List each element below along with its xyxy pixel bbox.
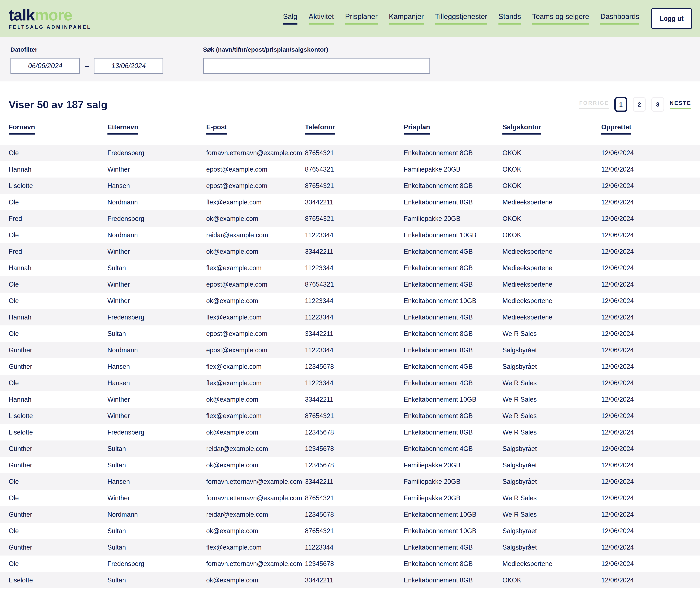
table-cell: reidar@example.com <box>206 231 305 239</box>
table-body: OleFredensbergfornavn.etternavn@example.… <box>0 145 700 588</box>
table-row: GüntherSultanflex@example.com11223344Enk… <box>0 539 700 555</box>
pagination-page-3[interactable]: 3 <box>651 97 664 112</box>
table-cell: 33442211 <box>305 330 404 338</box>
table-cell: Enkeltabonnement 8GB <box>404 182 502 190</box>
nav-item-dashboards[interactable]: Dashboards <box>600 12 639 24</box>
table-cell: ok@example.com <box>206 297 305 305</box>
table-cell: 87654321 <box>305 215 404 223</box>
table-cell: 11223344 <box>305 313 404 321</box>
nav-item-kampanjer[interactable]: Kampanjer <box>389 12 424 24</box>
pagination-page-1[interactable]: 1 <box>614 97 628 112</box>
table-row: OleWintherfornavn.etternavn@example.com8… <box>0 490 700 506</box>
table-cell: 12/06/2024 <box>601 231 700 239</box>
table-cell: Hansen <box>107 379 206 387</box>
nav-item-stands[interactable]: Stands <box>498 12 521 24</box>
table-row: OleNordmannreidar@example.com11223344Enk… <box>0 227 700 243</box>
table-cell: 11223344 <box>305 264 404 272</box>
table-cell: 12/06/2024 <box>601 363 700 371</box>
table-cell: 12/06/2024 <box>601 313 700 321</box>
table-cell: Hansen <box>107 182 206 190</box>
table-cell: Enkeltabonnement 8GB <box>404 429 502 436</box>
table-cell: 87654321 <box>305 412 404 420</box>
table-cell: 12345678 <box>305 429 404 436</box>
table-cell: fornavn.etternavn@example.com <box>206 478 305 486</box>
table-cell: We R Sales <box>502 494 601 502</box>
table-cell: reidar@example.com <box>206 445 305 453</box>
table-cell: OKOK <box>502 215 601 223</box>
table-cell: We R Sales <box>502 379 601 387</box>
nav-item-salg[interactable]: Salg <box>283 12 297 24</box>
table-cell: Enkeltabonnement 4GB <box>404 281 502 288</box>
logout-button[interactable]: Logg ut <box>651 8 692 29</box>
table-cell: Winther <box>107 297 206 305</box>
table-cell: Hannah <box>9 313 107 321</box>
table-cell: ok@example.com <box>206 215 305 223</box>
nav-item-aktivitet[interactable]: Aktivitet <box>309 12 334 24</box>
table-cell: 12345678 <box>305 445 404 453</box>
table-cell: 87654321 <box>305 494 404 502</box>
filter-bar: Datofilter – Søk (navn/tlfnr/epost/prisp… <box>0 37 700 82</box>
column-header-label: Prisplan <box>404 124 430 135</box>
table-cell: Enkeltabonnement 4GB <box>404 544 502 551</box>
table-cell: We R Sales <box>502 429 601 436</box>
table-cell: Nordmann <box>107 198 206 206</box>
table-row: GüntherSultanok@example.com12345678Famil… <box>0 457 700 473</box>
table-row: GüntherNordmannreidar@example.com1234567… <box>0 506 700 523</box>
date-to-input[interactable] <box>94 58 163 74</box>
table-cell: Liselotte <box>9 577 107 584</box>
nav-item-prisplaner[interactable]: Prisplaner <box>345 12 378 24</box>
pagination-page-2[interactable]: 2 <box>633 97 646 112</box>
table-cell: We R Sales <box>502 330 601 338</box>
table-cell: flex@example.com <box>206 198 305 206</box>
table-cell: 12/06/2024 <box>601 429 700 436</box>
date-range-row: – <box>10 58 163 74</box>
table-cell: Nordmann <box>107 346 206 354</box>
table-cell: flex@example.com <box>206 313 305 321</box>
table-cell: epost@example.com <box>206 165 305 173</box>
table-cell: epost@example.com <box>206 182 305 190</box>
table-cell: 12/06/2024 <box>601 527 700 535</box>
table-cell: 12/06/2024 <box>601 445 700 453</box>
table-header-row: Fornavn Etternavn E-post Telefonnr Prisp… <box>0 124 700 135</box>
pagination-next[interactable]: NESTE <box>670 100 691 109</box>
table-cell: OKOK <box>502 165 601 173</box>
table-cell: Sultan <box>107 330 206 338</box>
table-cell: 87654321 <box>305 182 404 190</box>
table-cell: Hannah <box>9 396 107 403</box>
table-cell: Medieekspertene <box>502 281 601 288</box>
nav-item-tilleggstjenester[interactable]: Tilleggstjenester <box>435 12 487 24</box>
table-cell: 12/06/2024 <box>601 346 700 354</box>
logo-wordmark: talkmore <box>9 7 91 23</box>
table-cell: Enkeltabonnement 8GB <box>404 149 502 157</box>
column-header-prisplan: Prisplan <box>404 124 502 135</box>
table-cell: 33442211 <box>305 478 404 486</box>
table-row: GüntherNordmannepost@example.com11223344… <box>0 342 700 358</box>
table-cell: 12/06/2024 <box>601 182 700 190</box>
table-cell: Enkeltabonnement 8GB <box>404 330 502 338</box>
table-cell: 87654321 <box>305 281 404 288</box>
table-cell: Medieekspertene <box>502 264 601 272</box>
sales-table: Fornavn Etternavn E-post Telefonnr Prisp… <box>0 124 700 588</box>
nav-item-teams-og-selgere[interactable]: Teams og selgere <box>532 12 589 24</box>
results-bar: Viser 50 av 187 salg FORRIGE 1 2 3 NESTE <box>0 82 700 112</box>
table-cell: Ole <box>9 231 107 239</box>
date-from-input[interactable] <box>10 58 80 74</box>
table-cell: flex@example.com <box>206 544 305 551</box>
table-cell: We R Sales <box>502 412 601 420</box>
table-cell: epost@example.com <box>206 281 305 288</box>
table-row: HannahFredensbergflex@example.com1122334… <box>0 309 700 326</box>
table-cell: Enkeltabonnement 8GB <box>404 412 502 420</box>
table-cell: Ole <box>9 149 107 157</box>
search-input[interactable] <box>203 58 430 74</box>
logo-talk: talk <box>9 6 35 24</box>
table-cell: OKOK <box>502 231 601 239</box>
table-cell: Enkeltabonnement 8GB <box>404 577 502 584</box>
table-cell: Sultan <box>107 445 206 453</box>
table-cell: Winther <box>107 248 206 255</box>
table-row: HannahWintherok@example.com33442211Enkel… <box>0 391 700 408</box>
table-cell: 12/06/2024 <box>601 248 700 255</box>
table-row: OleFredensbergfornavn.etternavn@example.… <box>0 145 700 161</box>
table-cell: ok@example.com <box>206 461 305 469</box>
pagination-previous[interactable]: FORRIGE <box>579 100 609 109</box>
table-cell: fornavn.etternavn@example.com <box>206 494 305 502</box>
